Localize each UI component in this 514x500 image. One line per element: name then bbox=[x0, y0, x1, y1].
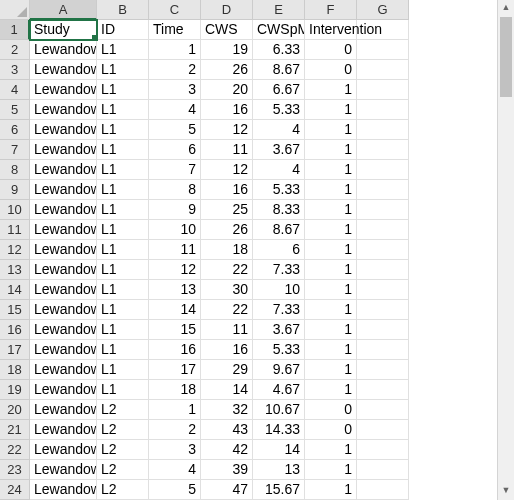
cell-F21[interactable]: 0 bbox=[305, 420, 357, 440]
cell-E18[interactable]: 9.67 bbox=[253, 360, 305, 380]
cell-C21[interactable]: 2 bbox=[149, 420, 201, 440]
cell-E9[interactable]: 5.33 bbox=[253, 180, 305, 200]
cell-G18[interactable] bbox=[357, 360, 409, 380]
cell-D13[interactable]: 22 bbox=[201, 260, 253, 280]
cell-F18[interactable]: 1 bbox=[305, 360, 357, 380]
row-header-13[interactable]: 13 bbox=[0, 260, 30, 280]
cell-A14[interactable]: Lewandowski bbox=[30, 280, 97, 300]
cell-F6[interactable]: 1 bbox=[305, 120, 357, 140]
cell-D14[interactable]: 30 bbox=[201, 280, 253, 300]
cell-B20[interactable]: L2 bbox=[97, 400, 149, 420]
cell-E24[interactable]: 15.67 bbox=[253, 480, 305, 500]
cell-D9[interactable]: 16 bbox=[201, 180, 253, 200]
cell-B14[interactable]: L1 bbox=[97, 280, 149, 300]
select-all-corner[interactable] bbox=[0, 0, 30, 20]
cell-C11[interactable]: 10 bbox=[149, 220, 201, 240]
row-header-8[interactable]: 8 bbox=[0, 160, 30, 180]
cell-D17[interactable]: 16 bbox=[201, 340, 253, 360]
cell-B8[interactable]: L1 bbox=[97, 160, 149, 180]
cell-C19[interactable]: 18 bbox=[149, 380, 201, 400]
cell-A4[interactable]: Lewandowski bbox=[30, 80, 97, 100]
cell-E7[interactable]: 3.67 bbox=[253, 140, 305, 160]
vertical-scrollbar[interactable]: ▲ ▼ bbox=[497, 0, 514, 500]
cell-D22[interactable]: 42 bbox=[201, 440, 253, 460]
cell-A21[interactable]: Lewandowski bbox=[30, 420, 97, 440]
row-header-9[interactable]: 9 bbox=[0, 180, 30, 200]
cell-F11[interactable]: 1 bbox=[305, 220, 357, 240]
cell-F15[interactable]: 1 bbox=[305, 300, 357, 320]
cell-F23[interactable]: 1 bbox=[305, 460, 357, 480]
cell-A11[interactable]: Lewandowski bbox=[30, 220, 97, 240]
cell-E6[interactable]: 4 bbox=[253, 120, 305, 140]
cell-G20[interactable] bbox=[357, 400, 409, 420]
cell-G13[interactable] bbox=[357, 260, 409, 280]
cell-F12[interactable]: 1 bbox=[305, 240, 357, 260]
row-header-5[interactable]: 5 bbox=[0, 100, 30, 120]
cell-F22[interactable]: 1 bbox=[305, 440, 357, 460]
cell-D15[interactable]: 22 bbox=[201, 300, 253, 320]
cell-D20[interactable]: 32 bbox=[201, 400, 253, 420]
cell-A12[interactable]: Lewandowski bbox=[30, 240, 97, 260]
cell-A20[interactable]: Lewandowski bbox=[30, 400, 97, 420]
cell-G7[interactable] bbox=[357, 140, 409, 160]
cell-A15[interactable]: Lewandowski bbox=[30, 300, 97, 320]
cell-C9[interactable]: 8 bbox=[149, 180, 201, 200]
scroll-track[interactable] bbox=[498, 17, 514, 483]
cell-B13[interactable]: L1 bbox=[97, 260, 149, 280]
cell-C6[interactable]: 5 bbox=[149, 120, 201, 140]
scroll-down-button[interactable]: ▼ bbox=[498, 483, 514, 500]
row-header-11[interactable]: 11 bbox=[0, 220, 30, 240]
cell-F13[interactable]: 1 bbox=[305, 260, 357, 280]
cell-B15[interactable]: L1 bbox=[97, 300, 149, 320]
cell-F24[interactable]: 1 bbox=[305, 480, 357, 500]
cell-G8[interactable] bbox=[357, 160, 409, 180]
cell-A7[interactable]: Lewandowski bbox=[30, 140, 97, 160]
row-header-7[interactable]: 7 bbox=[0, 140, 30, 160]
cell-G2[interactable] bbox=[357, 40, 409, 60]
cell-D6[interactable]: 12 bbox=[201, 120, 253, 140]
cell-F19[interactable]: 1 bbox=[305, 380, 357, 400]
row-header-12[interactable]: 12 bbox=[0, 240, 30, 260]
row-header-23[interactable]: 23 bbox=[0, 460, 30, 480]
cell-G12[interactable] bbox=[357, 240, 409, 260]
scroll-up-button[interactable]: ▲ bbox=[498, 0, 514, 17]
cell-E11[interactable]: 8.67 bbox=[253, 220, 305, 240]
column-header-A[interactable]: A bbox=[30, 0, 97, 20]
cell-F8[interactable]: 1 bbox=[305, 160, 357, 180]
cell-A8[interactable]: Lewandowski bbox=[30, 160, 97, 180]
cell-A24[interactable]: Lewandowski bbox=[30, 480, 97, 500]
cell-D3[interactable]: 26 bbox=[201, 60, 253, 80]
row-header-14[interactable]: 14 bbox=[0, 280, 30, 300]
cell-B3[interactable]: L1 bbox=[97, 60, 149, 80]
cell-F4[interactable]: 1 bbox=[305, 80, 357, 100]
cell-B24[interactable]: L2 bbox=[97, 480, 149, 500]
cell-F16[interactable]: 1 bbox=[305, 320, 357, 340]
cell-D10[interactable]: 25 bbox=[201, 200, 253, 220]
cell-C12[interactable]: 11 bbox=[149, 240, 201, 260]
cell-F9[interactable]: 1 bbox=[305, 180, 357, 200]
row-header-4[interactable]: 4 bbox=[0, 80, 30, 100]
column-header-C[interactable]: C bbox=[149, 0, 201, 20]
cell-G17[interactable] bbox=[357, 340, 409, 360]
cell-G3[interactable] bbox=[357, 60, 409, 80]
cell-B19[interactable]: L1 bbox=[97, 380, 149, 400]
cell-D21[interactable]: 43 bbox=[201, 420, 253, 440]
cell-G19[interactable] bbox=[357, 380, 409, 400]
cell-E2[interactable]: 6.33 bbox=[253, 40, 305, 60]
cell-E5[interactable]: 5.33 bbox=[253, 100, 305, 120]
cell-D23[interactable]: 39 bbox=[201, 460, 253, 480]
cell-B4[interactable]: L1 bbox=[97, 80, 149, 100]
column-header-B[interactable]: B bbox=[97, 0, 149, 20]
cell-A9[interactable]: Lewandowski bbox=[30, 180, 97, 200]
cell-A13[interactable]: Lewandowski bbox=[30, 260, 97, 280]
cell-C20[interactable]: 1 bbox=[149, 400, 201, 420]
row-header-3[interactable]: 3 bbox=[0, 60, 30, 80]
cell-G15[interactable] bbox=[357, 300, 409, 320]
cell-G23[interactable] bbox=[357, 460, 409, 480]
cell-D18[interactable]: 29 bbox=[201, 360, 253, 380]
cell-C8[interactable]: 7 bbox=[149, 160, 201, 180]
row-header-2[interactable]: 2 bbox=[0, 40, 30, 60]
cell-E8[interactable]: 4 bbox=[253, 160, 305, 180]
row-header-18[interactable]: 18 bbox=[0, 360, 30, 380]
column-header-E[interactable]: E bbox=[253, 0, 305, 20]
